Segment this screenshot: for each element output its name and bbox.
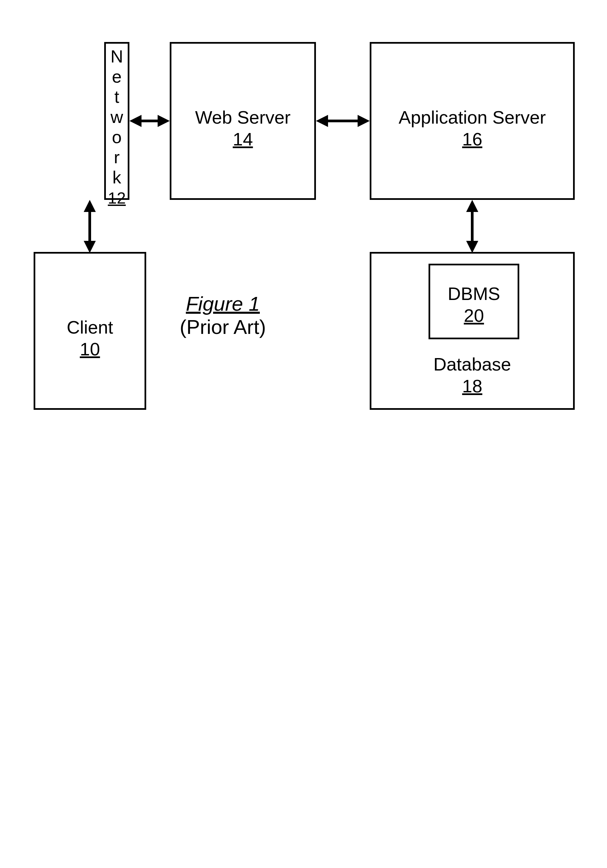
- client-num: 10: [80, 339, 100, 360]
- arrow-web-app-right: [358, 115, 370, 127]
- arrow-net-web-right: [158, 115, 170, 127]
- web-server-box: Web Server 14: [170, 42, 316, 200]
- figure-caption: Figure 1 (Prior Art): [169, 292, 276, 339]
- arrow-client-net-down: [84, 241, 96, 253]
- database-num: 18: [462, 375, 482, 396]
- network-letter: r: [104, 147, 129, 167]
- arrow-appserver-database-up: [466, 200, 478, 212]
- network-letter: e: [104, 67, 129, 87]
- diagram-canvas: Application Server 16 DBMS 20 Database 1…: [0, 0, 607, 868]
- arrow-net-web-line: [140, 119, 159, 122]
- arrow-client-net-up: [84, 200, 96, 212]
- dbms-label: DBMS: [430, 284, 518, 304]
- arrow-client-net-line: [88, 211, 91, 242]
- arrow-web-app-line: [327, 119, 359, 122]
- figure-subtitle: (Prior Art): [169, 315, 276, 339]
- arrow-net-web-left: [129, 115, 141, 127]
- network-letter: w: [104, 107, 129, 127]
- network-label-vertical: N e t w o r k 12: [104, 46, 129, 207]
- arrow-appserver-database-down: [466, 241, 478, 253]
- dbms-num: 20: [464, 305, 484, 326]
- client-box: Client 10: [34, 252, 146, 410]
- network-num: 12: [108, 189, 126, 207]
- client-label: Client: [35, 318, 144, 337]
- network-letter: o: [104, 127, 129, 147]
- arrow-appserver-database-line: [471, 211, 473, 242]
- network-letter: t: [104, 87, 129, 107]
- network-letter: N: [104, 46, 129, 67]
- application-server-box: Application Server 16: [370, 42, 575, 200]
- network-letter: k: [104, 167, 129, 188]
- dbms-box: DBMS 20: [428, 264, 519, 339]
- web-server-num: 14: [233, 129, 253, 149]
- arrow-web-app-left: [316, 115, 328, 127]
- application-server-num: 16: [462, 129, 482, 149]
- database-box: DBMS 20 Database 18: [370, 252, 575, 410]
- figure-number: Figure 1: [169, 292, 276, 315]
- database-label: Database: [371, 354, 573, 374]
- web-server-label: Web Server: [171, 107, 314, 127]
- application-server-label: Application Server: [371, 107, 573, 127]
